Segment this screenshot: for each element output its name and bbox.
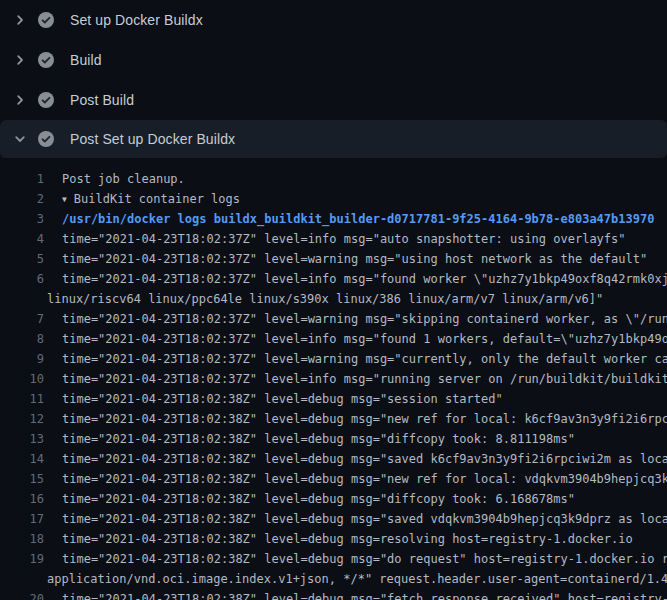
success-check-icon <box>38 131 54 147</box>
log-text: time="2021-04-23T18:02:38Z" level=debug … <box>62 389 503 409</box>
chevron-right-icon <box>12 12 28 28</box>
log-row: 16time="2021-04-23T18:02:38Z" level=debu… <box>0 489 667 509</box>
log-text: time="2021-04-23T18:02:37Z" level=info m… <box>62 229 626 249</box>
chevron-right-icon <box>12 92 28 108</box>
log-line-number[interactable]: 5 <box>0 249 44 269</box>
log-row: 9time="2021-04-23T18:02:37Z" level=warni… <box>0 349 667 369</box>
log-row: application/vnd.oci.image.index.v1+json,… <box>0 569 667 589</box>
log-text: time="2021-04-23T18:02:37Z" level=warnin… <box>62 349 667 369</box>
group-expand-triangle-icon: ▼ <box>62 190 67 210</box>
log-line-number[interactable]: 19 <box>0 549 44 569</box>
log-text: time="2021-04-23T18:02:38Z" level=debug … <box>62 509 667 529</box>
log-line-number[interactable]: 14 <box>0 449 44 469</box>
log-row: 5time="2021-04-23T18:02:37Z" level=warni… <box>0 249 667 269</box>
log-line-number[interactable]: 15 <box>0 469 44 489</box>
log-row: 13time="2021-04-23T18:02:38Z" level=debu… <box>0 429 667 449</box>
log-text: application/vnd.oci.image.index.v1+json,… <box>47 569 667 589</box>
log-text: time="2021-04-23T18:02:37Z" level=info m… <box>62 369 667 389</box>
log-line-number[interactable]: 12 <box>0 409 44 429</box>
group-title: BuildKit container logs <box>74 192 240 206</box>
log-line-number <box>0 569 44 589</box>
log-line-number[interactable]: 1 <box>0 169 44 189</box>
log-row: 6time="2021-04-23T18:02:37Z" level=info … <box>0 269 667 289</box>
log-text: linux/riscv64 linux/ppc64le linux/s390x … <box>47 289 603 309</box>
log-line-number[interactable]: 13 <box>0 429 44 449</box>
log-line-number[interactable]: 11 <box>0 389 44 409</box>
log-text: Post job cleanup. <box>62 169 185 189</box>
log-row: 7time="2021-04-23T18:02:37Z" level=warni… <box>0 309 667 329</box>
log-row: 20time="2021-04-23T18:02:38Z" level=debu… <box>0 589 667 600</box>
log-line-number[interactable]: 4 <box>0 229 44 249</box>
log-row: 18time="2021-04-23T18:02:38Z" level=debu… <box>0 529 667 549</box>
log-command-text: /usr/bin/docker logs buildx_buildkit_bui… <box>62 209 654 229</box>
log-row: 11time="2021-04-23T18:02:38Z" level=debu… <box>0 389 667 409</box>
log-group-toggle-row[interactable]: 2▼BuildKit container logs <box>0 189 667 209</box>
log-line-number[interactable]: 20 <box>0 589 44 600</box>
log-line-number <box>0 289 44 309</box>
log-row: 4time="2021-04-23T18:02:37Z" level=info … <box>0 229 667 249</box>
log-row: 1Post job cleanup. <box>0 169 667 189</box>
success-check-icon <box>38 12 54 28</box>
log-text: time="2021-04-23T18:02:38Z" level=debug … <box>62 589 667 600</box>
step-title: Post Set up Docker Buildx <box>70 131 235 147</box>
log-text: ▼BuildKit container logs <box>62 189 240 209</box>
log-row: 12time="2021-04-23T18:02:38Z" level=debu… <box>0 409 667 429</box>
log-row: 17time="2021-04-23T18:02:38Z" level=debu… <box>0 509 667 529</box>
step-title: Set up Docker Buildx <box>70 12 203 28</box>
step-row-post-set-up-docker-buildx[interactable]: Post Set up Docker Buildx <box>0 120 667 158</box>
success-check-icon <box>38 92 54 108</box>
log-text: time="2021-04-23T18:02:38Z" level=debug … <box>62 549 667 569</box>
step-title: Post Build <box>70 92 134 108</box>
chevron-down-icon <box>12 131 28 147</box>
log-row: 15time="2021-04-23T18:02:38Z" level=debu… <box>0 469 667 489</box>
step-title: Build <box>70 52 102 68</box>
log-text: time="2021-04-23T18:02:37Z" level=info m… <box>62 329 667 349</box>
log-text: time="2021-04-23T18:02:38Z" level=debug … <box>62 469 667 489</box>
log-row: linux/riscv64 linux/ppc64le linux/s390x … <box>0 289 667 309</box>
log-line-number[interactable]: 7 <box>0 309 44 329</box>
step-list: Set up Docker BuildxBuildPost BuildPost … <box>0 0 667 600</box>
log-row: 10time="2021-04-23T18:02:37Z" level=info… <box>0 369 667 389</box>
log-row: 14time="2021-04-23T18:02:38Z" level=debu… <box>0 449 667 469</box>
log-line-number[interactable]: 18 <box>0 529 44 549</box>
log-text: time="2021-04-23T18:02:38Z" level=debug … <box>62 449 667 469</box>
log-text: time="2021-04-23T18:02:38Z" level=debug … <box>62 409 667 429</box>
log-line-number[interactable]: 10 <box>0 369 44 389</box>
log-line-number[interactable]: 2 <box>0 189 44 209</box>
log-output: 1Post job cleanup.2▼BuildKit container l… <box>0 158 667 600</box>
step-row-set-up-docker-buildx[interactable]: Set up Docker Buildx <box>0 0 667 40</box>
log-line-number[interactable]: 17 <box>0 509 44 529</box>
log-text: time="2021-04-23T18:02:37Z" level=warnin… <box>62 249 647 269</box>
chevron-right-icon <box>12 52 28 68</box>
log-line-number[interactable]: 3 <box>0 209 44 229</box>
log-line-number[interactable]: 9 <box>0 349 44 369</box>
log-row: 19time="2021-04-23T18:02:38Z" level=debu… <box>0 549 667 569</box>
step-row-post-build[interactable]: Post Build <box>0 80 667 120</box>
step-row-build[interactable]: Build <box>0 40 667 80</box>
log-row: 3/usr/bin/docker logs buildx_buildkit_bu… <box>0 209 667 229</box>
log-row: 8time="2021-04-23T18:02:37Z" level=info … <box>0 329 667 349</box>
log-text: time="2021-04-23T18:02:37Z" level=info m… <box>62 269 667 289</box>
log-line-number[interactable]: 8 <box>0 329 44 349</box>
log-text: time="2021-04-23T18:02:38Z" level=debug … <box>62 489 575 509</box>
log-line-number[interactable]: 6 <box>0 269 44 289</box>
log-text: time="2021-04-23T18:02:37Z" level=warnin… <box>62 309 667 329</box>
workflow-log-panel: Set up Docker BuildxBuildPost BuildPost … <box>0 0 667 600</box>
log-text: time="2021-04-23T18:02:38Z" level=debug … <box>62 429 575 449</box>
log-text: time="2021-04-23T18:02:38Z" level=debug … <box>62 529 633 549</box>
log-line-number[interactable]: 16 <box>0 489 44 509</box>
success-check-icon <box>38 52 54 68</box>
